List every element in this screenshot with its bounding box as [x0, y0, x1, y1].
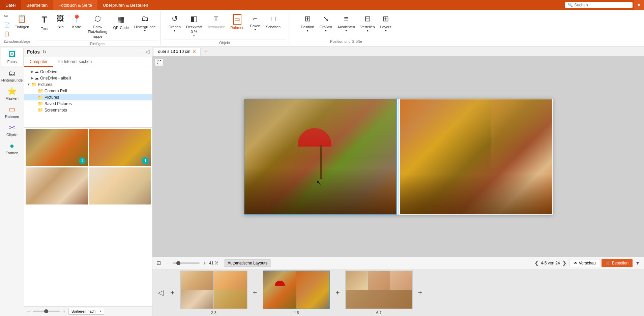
ribbon-position-buttons: ⊞ Position ▼ ⤡ Größen ▼ ≡ Ausrichten ▼ ⊟…	[299, 13, 393, 38]
sidebar-item-formen[interactable]: ● Formen	[1, 139, 24, 157]
film-right-scene	[296, 271, 329, 309]
tab-internet[interactable]: Im Internet suchen	[53, 57, 97, 67]
tree-item-onedrive[interactable]: ▶ ☁ OneDrive	[24, 68, 152, 75]
nav-next-btn[interactable]: ❯	[562, 260, 566, 266]
ribbon-verteilen-btn[interactable]: ⊟ Verteilen ▼	[358, 13, 377, 34]
filmstrip-add-right-btn[interactable]: +	[334, 287, 341, 298]
fit-page-btn[interactable]: ⊡	[155, 260, 162, 266]
tree-item-camera-roll[interactable]: 📁 Camera Roll	[24, 88, 152, 94]
ribbon-ausrichten-btn[interactable]: ≡ Ausrichten ▼	[335, 13, 357, 34]
menu-fotobuch[interactable]: Fotobuch & Seite	[53, 0, 97, 10]
ribbon-kopieren-btn[interactable]: 📄	[3, 22, 11, 28]
zoom-slider[interactable]	[173, 262, 200, 264]
ribbon-karte-btn[interactable]: 📍 Karte	[69, 13, 84, 31]
ribbon-section-zwischenablage: ✂ 📄 📋 📋 Einfügen Zwischenablage	[0, 11, 34, 45]
tree-item-screenshots[interactable]: 📁 Screenshots	[24, 107, 152, 113]
zoom-out-btn[interactable]: −	[165, 260, 171, 266]
page-left-image	[244, 99, 396, 214]
ribbon-rahmen-btn[interactable]: ▭ Rahmen	[228, 13, 246, 32]
tree-item-saved-pictures[interactable]: 📁 Saved Pictures	[24, 100, 152, 107]
content-tab-active[interactable]: quer s 13 x 10 cm ✕	[154, 47, 201, 56]
expand-btn[interactable]: ▼	[634, 259, 641, 267]
tree-item-pictures-sub[interactable]: 📁 Pictures	[24, 94, 152, 100]
panel-remove-btn[interactable]: −	[27, 308, 30, 314]
ribbon-ausschneiden-btn[interactable]: ✂	[3, 13, 11, 20]
photo-size-slider[interactable]	[33, 311, 60, 312]
ribbon-position-btn[interactable]: ⊞ Position ▼	[299, 13, 316, 34]
menu-bearbeiten[interactable]: Bearbeiten	[21, 0, 53, 10]
layout-arrow: ▼	[384, 29, 387, 33]
shadow-icon: □	[271, 14, 275, 24]
ribbon-einfuegen-label: Einfügen	[37, 40, 157, 46]
qr-code-icon: ▦	[117, 14, 125, 25]
order-btn[interactable]: 🛒 Bestellen	[602, 259, 633, 267]
filmstrip-add-middle-btn[interactable]: +	[252, 287, 259, 298]
page-right[interactable]	[400, 99, 553, 215]
zoom-label: 41 %	[209, 261, 221, 265]
ribbon-ecken-btn[interactable]: ⌐ Ecken ▼	[248, 13, 263, 33]
film-label-6-7: 6-7	[376, 311, 382, 315]
ribbon-einfuegen-btn[interactable]: 📋 Einfügen	[12, 13, 31, 31]
sidebar-formen-label: Formen	[6, 151, 19, 155]
menu-datei[interactable]: Datei	[0, 0, 21, 10]
ribbon: ✂ 📄 📋 📋 Einfügen Zwischenablage T Text	[0, 10, 644, 46]
film-label-4-5: 4-5	[294, 311, 299, 315]
ribbon-text-btn[interactable]: T Text	[37, 13, 52, 32]
menu-bar-expand[interactable]: ▼	[634, 0, 644, 10]
panel-collapse-btn[interactable]: ◁	[145, 49, 149, 55]
tree-arrow-onedrive-albelli: ▶	[31, 76, 34, 80]
filmstrip-prev-btn[interactable]: ◁	[156, 287, 165, 298]
ribbon-deckkraft-btn[interactable]: ◧ Deckkraft 0 % ▼	[184, 13, 204, 39]
page-left[interactable]	[244, 99, 397, 215]
ribbon-textmaske-btn[interactable]: T Textmaske	[205, 13, 227, 31]
ribbon-paste-small-btn[interactable]: 📋	[3, 30, 11, 37]
ribbon-qr-code-btn[interactable]: ▦ QR-Code	[111, 13, 130, 31]
ribbon-schatten-btn[interactable]: □ Schatten	[264, 13, 283, 31]
sidebar-item-clipart[interactable]: ✂ ClipArt	[1, 121, 24, 139]
sidebar-item-hintergruende[interactable]: 🗂 Hintergründe	[1, 67, 24, 84]
ribbon-groessen-btn[interactable]: ⤡ Größen ▼	[318, 13, 334, 34]
film-cell-bottom	[346, 290, 412, 309]
nav-controls: ❮ 4-5 von 24 ❯	[534, 260, 566, 266]
panel-add-btn[interactable]: +	[62, 308, 65, 314]
sidebar-item-masken[interactable]: ⭐ Masken	[1, 85, 24, 102]
filmstrip-add-last-btn[interactable]: +	[417, 287, 424, 298]
photo-thumb-4[interactable]	[89, 167, 151, 204]
ribbon-drehen-btn[interactable]: ↺ Drehen ▼	[167, 13, 183, 34]
ribbon-bild-btn[interactable]: 🖼 Bild	[53, 13, 68, 31]
sort-dropdown[interactable]: Sortieren nach Datum Name Größe	[68, 308, 104, 315]
photo-thumb-1[interactable]: 1	[26, 129, 88, 166]
photo-thumb-3[interactable]	[26, 167, 88, 204]
menu-ueberpruefen[interactable]: Überprüfen & Bestellen	[97, 0, 153, 10]
filmstrip-add-left-btn[interactable]: +	[169, 287, 176, 298]
film-thumb-4-5[interactable]	[263, 271, 330, 309]
hex-grid-icon: ⬡	[94, 14, 101, 24]
film-grid-2-3	[181, 271, 247, 309]
tab-close-btn[interactable]: ✕	[192, 49, 196, 54]
ribbon-hintergruende-btn[interactable]: 🗂 Hintergründe ▼	[132, 13, 158, 34]
ribbon-position-label: Position und Größe	[292, 38, 401, 43]
photo-thumb-2[interactable]: 1	[89, 129, 151, 166]
zoom-in-btn[interactable]: +	[201, 260, 208, 266]
copy-icon: 📄	[4, 22, 10, 28]
film-thumb-2-3[interactable]	[180, 271, 247, 309]
photo-badge-2: 1	[142, 157, 149, 164]
tab-add-btn[interactable]: +	[202, 47, 210, 56]
search-input[interactable]	[574, 3, 628, 7]
refresh-icon[interactable]: ↻	[42, 49, 47, 55]
tab-computer[interactable]: Computer	[24, 57, 53, 67]
ribbon-foto-platzhalter-btn[interactable]: ⬡ Foto-Platzhaltergruppe	[85, 13, 110, 40]
preview-btn[interactable]: 👁 Vorschau	[569, 259, 600, 267]
tree-item-onedrive-albelli[interactable]: ▶ ☁ OneDrive - albelli	[24, 75, 152, 81]
auto-layout-btn[interactable]: Automatische Layouts	[224, 259, 271, 267]
sidebar-item-rahmen[interactable]: ▭ Rahmen	[1, 103, 24, 121]
corners-icon: ⌐	[253, 14, 257, 23]
tree-item-pictures-root[interactable]: ▼ 📁 Pictures	[24, 81, 152, 88]
sidebar-item-fotos[interactable]: 🖼 Fotos	[1, 48, 24, 66]
fullscreen-btn[interactable]: ⛶	[155, 59, 163, 66]
paste-small-icon: 📋	[4, 31, 10, 36]
ribbon-layout-btn[interactable]: ⊞ Layout ▼	[378, 13, 393, 34]
ribbon-section-objekt: ↺ Drehen ▼ ◧ Deckkraft 0 % ▼ T Textmaske…	[161, 11, 289, 45]
nav-prev-btn[interactable]: ❮	[534, 260, 539, 266]
film-thumb-6-7[interactable]	[345, 271, 413, 309]
